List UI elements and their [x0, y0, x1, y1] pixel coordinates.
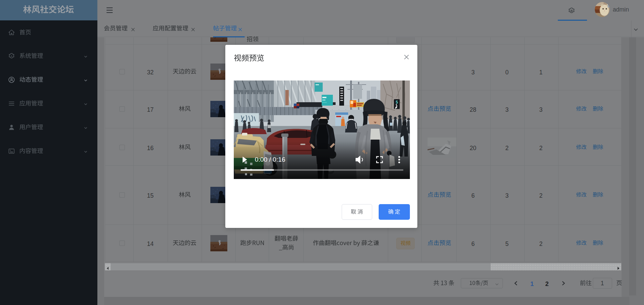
svg-text:0:00 / 0:16: 0:00 / 0:16	[255, 156, 285, 163]
svg-text:5: 5	[396, 100, 398, 105]
